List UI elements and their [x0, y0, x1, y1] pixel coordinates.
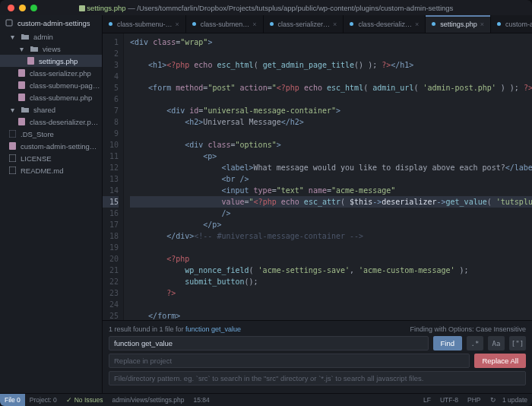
- svg-rect-2: [27, 57, 34, 65]
- close-icon[interactable]: ×: [480, 21, 484, 28]
- svg-rect-0: [79, 5, 85, 11]
- window-title: settings.php — /Users/tommcfarlin/Dropbo…: [0, 4, 532, 12]
- folder-icon: [21, 105, 30, 114]
- search-options-label: Finding with Options: Case Insensitive: [410, 325, 526, 333]
- tab[interactable]: class-serializer…×: [264, 15, 344, 33]
- sidebar: custom-admin-settings ▾admin ▾views sett…: [0, 15, 103, 393]
- svg-rect-4: [18, 81, 25, 89]
- tree-folder-views[interactable]: ▾views: [0, 43, 102, 55]
- tree-file[interactable]: class-deserializer.p…: [0, 116, 102, 128]
- tree-file[interactable]: class-serializer.php: [0, 67, 102, 79]
- tree-folder-admin[interactable]: ▾admin: [0, 30, 102, 43]
- tab-bar: class-submenu-…× class-submen… × class-s…: [103, 15, 532, 33]
- status-bar: File 0 Project: 0 ✓No Issues admin/views…: [0, 393, 532, 406]
- replace-input[interactable]: Replace in project: [109, 354, 470, 368]
- svg-rect-9: [9, 154, 16, 162]
- zoom-window[interactable]: [30, 5, 37, 11]
- title-bar: settings.php — /Users/tommcfarlin/Dropbo…: [0, 0, 532, 15]
- status-encoding[interactable]: UTF-8: [435, 396, 463, 404]
- tab[interactable]: custom-admin-…×: [491, 15, 532, 33]
- status-cursor[interactable]: 15:84: [188, 396, 214, 404]
- chevron-down-icon: ▾: [8, 105, 17, 114]
- php-file-icon: [17, 68, 26, 78]
- php-file-icon: [17, 93, 26, 102]
- php-file-icon: [17, 81, 26, 90]
- status-updates[interactable]: ↻ 1 update: [486, 396, 532, 404]
- folder-icon: [30, 44, 39, 53]
- replace-all-button[interactable]: Replace All: [474, 354, 526, 368]
- svg-rect-3: [18, 69, 25, 77]
- status-line-ending[interactable]: LF: [419, 396, 435, 404]
- code-content[interactable]: <div class="wrap"> <h1><?php echo esc_ht…: [124, 33, 532, 320]
- tab[interactable]: class-submen… ×: [186, 15, 264, 33]
- tree-file[interactable]: README.md: [0, 164, 102, 176]
- status-project[interactable]: Project: 0: [25, 396, 62, 404]
- tree-file[interactable]: LICENSE: [0, 152, 102, 164]
- file-pattern-input[interactable]: File/directory pattern. eg. `src` to sea…: [109, 371, 526, 385]
- sync-icon: ↻: [490, 396, 496, 404]
- php-file-icon: [26, 56, 35, 65]
- close-icon[interactable]: ×: [252, 21, 256, 28]
- file-icon: [8, 129, 17, 138]
- php-file-icon: [17, 117, 26, 126]
- minimize-window[interactable]: [19, 5, 26, 11]
- status-issues[interactable]: ✓No Issues: [62, 396, 108, 404]
- chevron-down-icon: ▾: [17, 44, 26, 53]
- folder-icon: [21, 32, 30, 41]
- tab-active[interactable]: settings.php×: [426, 15, 491, 33]
- tab[interactable]: class-deserializ…×: [344, 15, 426, 33]
- whole-word-toggle[interactable]: ["]: [509, 336, 526, 350]
- gutter: 1234567891011121314151617181920212223242…: [103, 33, 124, 320]
- file-icon: [8, 154, 17, 163]
- close-icon[interactable]: ×: [333, 21, 337, 28]
- file-tree: ▾admin ▾views settings.php class-seriali…: [0, 30, 102, 176]
- project-header[interactable]: custom-admin-settings: [0, 15, 102, 30]
- code-editor[interactable]: 1234567891011121314151617181920212223242…: [103, 33, 532, 320]
- tree-file[interactable]: class-submenu-pag…: [0, 79, 102, 91]
- search-results-count: 1 result found in 1 file for function ge…: [109, 325, 241, 333]
- svg-rect-5: [18, 94, 25, 101]
- svg-rect-6: [18, 118, 25, 125]
- tree-file[interactable]: .DS_Store: [0, 128, 102, 140]
- find-replace-panel: 1 result found in 1 file for function ge…: [103, 320, 532, 393]
- tree-file[interactable]: class-submenu.php: [0, 91, 102, 103]
- project-name: custom-admin-settings: [17, 19, 90, 27]
- traffic-lights: [8, 5, 37, 11]
- tree-folder-shared[interactable]: ▾shared: [0, 103, 102, 116]
- svg-rect-10: [9, 167, 16, 174]
- svg-rect-1: [6, 20, 12, 26]
- tree-file[interactable]: custom-admin-setting…: [0, 140, 102, 152]
- case-toggle[interactable]: Aa: [488, 336, 505, 350]
- close-icon[interactable]: ×: [176, 21, 179, 28]
- status-language[interactable]: PHP: [463, 396, 485, 404]
- close-icon[interactable]: ×: [415, 21, 419, 28]
- find-input[interactable]: function get_value: [109, 336, 429, 350]
- status-file-badge[interactable]: File 0: [0, 394, 25, 406]
- chevron-down-icon: ▾: [8, 32, 17, 41]
- php-file-icon: [8, 141, 17, 151]
- status-path: admin/views/settings.php: [108, 396, 189, 404]
- find-button[interactable]: Find: [433, 336, 462, 350]
- svg-rect-7: [9, 130, 16, 138]
- editor-pane: class-submenu-…× class-submen… × class-s…: [103, 15, 532, 393]
- tree-file-settings[interactable]: settings.php: [0, 55, 102, 67]
- regex-toggle[interactable]: .*: [467, 336, 483, 350]
- close-window[interactable]: [8, 5, 14, 11]
- file-icon: [8, 166, 17, 175]
- tab[interactable]: class-submenu-…×: [103, 15, 186, 33]
- book-icon: [5, 18, 14, 27]
- svg-rect-8: [9, 142, 16, 150]
